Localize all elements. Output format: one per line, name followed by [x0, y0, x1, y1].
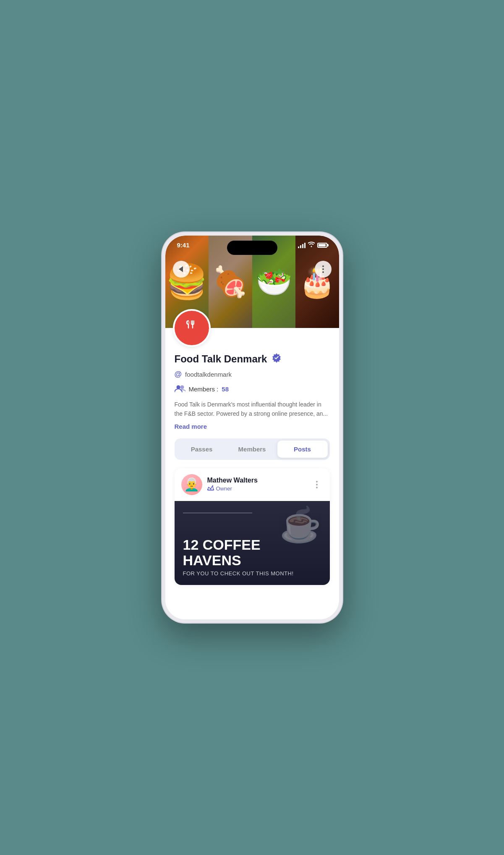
post-text-overlay: 12 COFFEE HAVENS FOR YOU TO CHECK OUT TH… — [175, 530, 302, 585]
dot-icon — [322, 271, 324, 273]
screen: 9:41 — [165, 236, 339, 619]
post-card: 👨‍🦳 Mathew Walters — [175, 468, 330, 585]
tab-passes[interactable]: Passes — [177, 441, 227, 458]
post-image: ☕ 12 COFFEE HAVENS FOR YOU TO CHECK OUT … — [175, 501, 330, 585]
post-user-info: 👨‍🦳 Mathew Walters — [181, 474, 258, 495]
dot-icon — [322, 268, 324, 270]
members-row: Members : 58 — [175, 385, 330, 393]
dynamic-island — [227, 241, 277, 255]
dot-icon — [316, 487, 318, 488]
members-label: Members : — [189, 386, 219, 393]
post-role-text: Owner — [216, 485, 232, 492]
svg-point-0 — [187, 321, 190, 324]
tab-members[interactable]: Members — [227, 441, 277, 458]
post-user-details: Mathew Walters — [207, 477, 258, 492]
read-more-link[interactable]: Read more — [175, 423, 207, 430]
post-header: 👨‍🦳 Mathew Walters — [175, 468, 330, 501]
phone-frame: 9:41 — [162, 232, 342, 623]
wifi-icon — [308, 241, 315, 249]
tabs-container: Passes Members Posts — [175, 438, 330, 460]
at-icon: @ — [175, 370, 182, 379]
status-icons — [298, 241, 327, 249]
profile-description: Food Talk is Denmark's most influential … — [175, 400, 330, 419]
handle-row: @ foodtalkdenmark — [175, 370, 330, 379]
members-icon — [175, 385, 185, 393]
food-logo-icon — [179, 315, 204, 341]
post-more-button[interactable] — [311, 478, 323, 491]
profile-avatar — [175, 311, 209, 345]
dot-icon — [316, 481, 318, 483]
profile-content: Food Talk Denmark @ foodtalkdenmark — [165, 328, 339, 619]
profile-name: Food Talk Denmark — [175, 353, 267, 365]
more-options-button[interactable] — [315, 261, 332, 278]
tab-posts[interactable]: Posts — [277, 441, 328, 458]
post-title-line2: HAVENS — [183, 553, 294, 568]
post-user-role-row: Owner — [207, 485, 258, 492]
svg-point-4 — [210, 488, 211, 490]
post-subtitle: FOR YOU TO CHECK OUT THIS MONTH! — [183, 570, 294, 577]
crown-icon — [207, 485, 214, 492]
status-time: 9:41 — [177, 241, 190, 249]
back-arrow-icon — [179, 266, 183, 272]
battery-icon — [317, 243, 327, 248]
svg-point-2 — [180, 386, 184, 389]
verified-badge-icon — [271, 352, 282, 366]
profile-name-row: Food Talk Denmark — [175, 352, 330, 366]
post-avatar-image: 👨‍🦳 — [184, 477, 199, 492]
post-user-name: Mathew Walters — [207, 477, 258, 484]
post-image-line — [183, 513, 252, 514]
handle-text: foodtalkdenmark — [185, 371, 232, 378]
dot-icon — [316, 484, 318, 485]
post-avatar: 👨‍🦳 — [181, 474, 202, 495]
post-title-line1: 12 COFFEE — [183, 537, 294, 553]
back-button[interactable] — [173, 261, 190, 278]
profile-avatar-container — [173, 309, 211, 347]
dot-icon — [322, 265, 324, 267]
members-count: 58 — [222, 386, 229, 393]
signal-bars-icon — [298, 242, 306, 248]
